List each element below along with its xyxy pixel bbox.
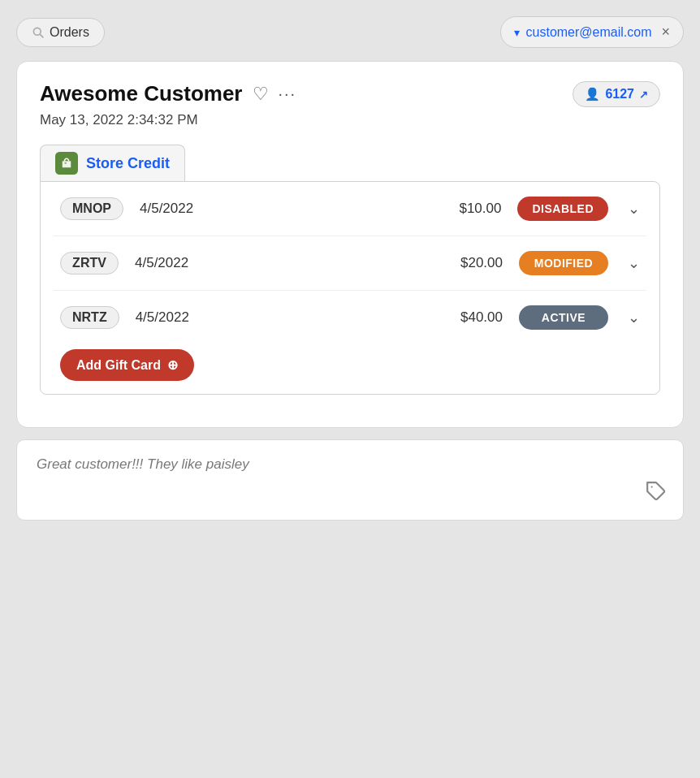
tag-icon xyxy=(646,481,667,507)
notes-card: Great customer!!! They like paisley xyxy=(16,439,684,521)
table-row: NRTZ 4/5/2022 $40.00 ACTIVE ⌄ xyxy=(54,291,646,344)
gift-card-code: ZRTV xyxy=(60,252,119,274)
status-badge: DISABLED xyxy=(517,197,608,221)
gift-card-amount: $20.00 xyxy=(446,255,503,271)
gift-card-amount: $10.00 xyxy=(444,201,501,217)
customer-email-button[interactable]: ▾ customer@email.com × xyxy=(500,16,684,48)
status-badge: MODIFIED xyxy=(519,251,608,275)
tab-container: Store Credit xyxy=(40,145,660,181)
gift-card-date: 4/5/2022 xyxy=(135,255,430,271)
external-link-icon: ↗ xyxy=(639,89,648,101)
customer-header: Awesome Customer ♡ ··· 👤 6127 ↗ xyxy=(40,81,660,107)
add-gift-card-label: Add Gift Card xyxy=(76,358,161,373)
customer-name: Awesome Customer xyxy=(40,81,243,106)
customer-email-label: customer@email.com xyxy=(526,25,652,40)
tab-label: Store Credit xyxy=(86,155,170,172)
orders-button[interactable]: Orders xyxy=(16,18,105,47)
top-bar: Orders ▾ customer@email.com × xyxy=(16,16,684,48)
table-row: MNOP 4/5/2022 $10.00 DISABLED ⌄ xyxy=(54,182,646,236)
store-credit-tab[interactable]: Store Credit xyxy=(40,145,185,181)
search-icon xyxy=(32,26,45,39)
customer-id-badge[interactable]: 👤 6127 ↗ xyxy=(573,81,660,107)
orders-button-label: Orders xyxy=(50,25,89,40)
gift-card-code: MNOP xyxy=(60,197,123,220)
gift-cards-section: MNOP 4/5/2022 $10.00 DISABLED ⌄ ZRTV 4/5… xyxy=(40,181,660,395)
gift-card-code: NRTZ xyxy=(60,306,119,329)
chevron-down-icon[interactable]: ⌄ xyxy=(628,309,640,326)
chevron-down-icon[interactable]: ⌄ xyxy=(628,254,640,272)
add-gift-card-button[interactable]: Add Gift Card ⊕ xyxy=(60,349,194,381)
chevron-down-icon[interactable]: ⌄ xyxy=(628,200,640,218)
svg-rect-3 xyxy=(64,162,67,163)
status-badge: ACTIVE xyxy=(519,305,608,330)
gift-card-amount: $40.00 xyxy=(446,309,503,326)
gift-card-date: 4/5/2022 xyxy=(140,201,428,217)
customer-id: 6127 xyxy=(605,87,634,102)
svg-line-1 xyxy=(40,34,43,37)
table-row: ZRTV 4/5/2022 $20.00 MODIFIED ⌄ xyxy=(54,236,646,291)
customer-name-row: Awesome Customer ♡ ··· xyxy=(40,81,296,106)
chevron-icon: ▾ xyxy=(514,26,520,39)
gift-card-date: 4/5/2022 xyxy=(136,309,430,326)
customer-date: May 13, 2022 2:34:32 PM xyxy=(40,112,660,128)
more-options-icon[interactable]: ··· xyxy=(279,84,297,103)
close-icon[interactable]: × xyxy=(661,24,670,41)
heart-icon[interactable]: ♡ xyxy=(253,84,269,105)
notes-text: Great customer!!! They like paisley xyxy=(37,456,249,472)
shopify-bag-icon xyxy=(55,152,78,175)
person-icon: 👤 xyxy=(585,87,600,102)
plus-icon: ⊕ xyxy=(167,357,178,373)
main-card: Awesome Customer ♡ ··· 👤 6127 ↗ May 13, … xyxy=(16,61,684,428)
svg-point-0 xyxy=(33,28,41,35)
